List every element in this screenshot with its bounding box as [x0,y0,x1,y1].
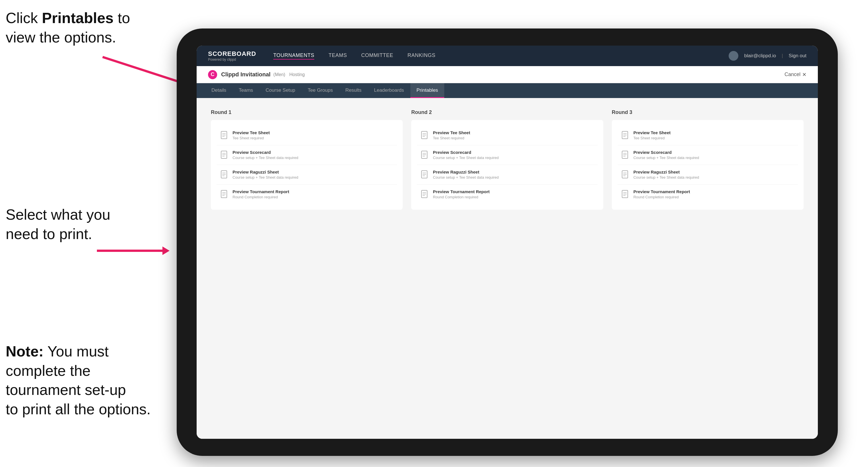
scoreboard-sub: Powered by clippd [208,58,256,62]
user-avatar [728,51,738,61]
cancel-button[interactable]: Cancel ✕ [784,71,806,78]
scoreboard-title: SCOREBOARD [208,50,256,58]
round-1-card: Preview Tee Sheet Tee Sheet required [211,120,403,210]
document-icon [421,131,429,141]
tournament-logo: C [208,70,217,79]
round-1-label: Round 1 [211,110,403,115]
round2-scorecard[interactable]: Preview Scorecard Course setup + Tee She… [417,145,597,165]
tab-course-setup[interactable]: Course Setup [259,83,302,98]
document-icon [421,170,429,180]
instruction-bottom: Note: You mustcomplete thetournament set… [6,342,151,419]
tablet-device: SCOREBOARD Powered by clippd TOURNAMENTS… [177,29,838,456]
document-icon [221,150,228,160]
arrow-middle-icon [80,237,171,265]
document-icon [421,190,429,199]
nav-link-committee[interactable]: COMMITTEE [361,53,394,60]
scoreboard-logo: SCOREBOARD Powered by clippd [208,50,256,62]
round3-tournament-report[interactable]: Preview Tournament Report Round Completi… [618,185,798,204]
top-nav-links: TOURNAMENTS TEAMS COMMITTEE RANKINGS [273,53,729,60]
rounds-container: Round 1 Preview Tee Sheet Tee S [211,110,804,210]
document-icon [621,170,629,180]
round2-tee-sheet[interactable]: Preview Tee Sheet Tee Sheet required [417,126,597,145]
main-content: Round 1 Preview Tee Sheet Tee S [197,98,818,439]
instruction-top: Click Printables toview the options. [6,8,130,47]
document-icon [221,131,228,141]
svg-marker-3 [162,246,169,255]
round1-raguzzi[interactable]: Preview Raguzzi Sheet Course setup + Tee… [217,165,397,185]
separator: | [782,53,783,59]
document-icon [221,190,228,199]
round-3-card: Preview Tee Sheet Tee Sheet required [612,120,804,210]
round3-raguzzi[interactable]: Preview Raguzzi Sheet Course setup + Tee… [618,165,798,185]
tab-tee-groups[interactable]: Tee Groups [302,83,339,98]
document-icon [421,150,429,160]
nav-link-teams[interactable]: TEAMS [329,53,347,60]
round-3-section: Round 3 Preview Tee Sheet Tee S [612,110,804,210]
round-3-label: Round 3 [612,110,804,115]
round2-raguzzi[interactable]: Preview Raguzzi Sheet Course setup + Tee… [417,165,597,185]
round-2-label: Round 2 [411,110,603,115]
user-email: blair@clippd.io [744,53,776,59]
tab-teams[interactable]: Teams [232,83,259,98]
nav-link-tournaments[interactable]: TOURNAMENTS [273,53,314,60]
round1-tee-sheet[interactable]: Preview Tee Sheet Tee Sheet required [217,126,397,145]
tab-leaderboards[interactable]: Leaderboards [368,83,410,98]
tab-details[interactable]: Details [205,83,232,98]
tab-printables[interactable]: Printables [410,83,444,98]
round1-tournament-report[interactable]: Preview Tournament Report Round Completi… [217,185,397,204]
round-2-card: Preview Tee Sheet Tee Sheet required [411,120,603,210]
top-nav: SCOREBOARD Powered by clippd TOURNAMENTS… [197,45,818,66]
document-icon [621,190,629,199]
tournament-bar: C Clippd Invitational (Men) Hosting Canc… [197,66,818,83]
tabs-bar: Details Teams Course Setup Tee Groups Re… [197,83,818,98]
nav-link-rankings[interactable]: RANKINGS [407,53,435,60]
tab-results[interactable]: Results [339,83,368,98]
tablet-screen: SCOREBOARD Powered by clippd TOURNAMENTS… [197,45,818,439]
tournament-name: Clippd Invitational [221,71,271,78]
round-1-section: Round 1 Preview Tee Sheet Tee S [211,110,403,210]
document-icon [621,150,629,160]
top-nav-right: blair@clippd.io | Sign out [728,51,806,61]
round3-tee-sheet[interactable]: Preview Tee Sheet Tee Sheet required [618,126,798,145]
document-icon [621,131,629,141]
round3-scorecard[interactable]: Preview Scorecard Course setup + Tee She… [618,145,798,165]
printables-bold: Printables [42,10,114,26]
round-2-section: Round 2 Preview Tee Sheet Tee S [411,110,603,210]
round2-tournament-report[interactable]: Preview Tournament Report Round Completi… [417,185,597,204]
cancel-x-icon: ✕ [802,71,806,78]
sign-out-link[interactable]: Sign out [789,53,806,59]
tournament-division: (Men) [273,72,285,77]
document-icon [221,170,228,180]
tournament-hosting: Hosting [289,72,305,77]
round1-scorecard[interactable]: Preview Scorecard Course setup + Tee She… [217,145,397,165]
